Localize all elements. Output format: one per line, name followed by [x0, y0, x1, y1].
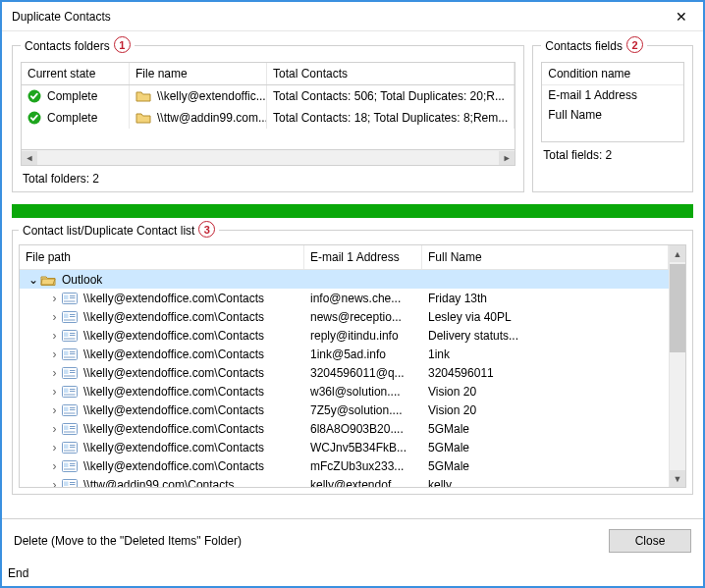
email-text: 6l8A8O903B20....	[304, 422, 422, 436]
svg-rect-43	[64, 444, 69, 449]
chevron-right-icon[interactable]: ›	[49, 310, 60, 324]
fullname-text: Friday 13th	[422, 292, 669, 305]
table-row[interactable]: ›\\kelly@extendoffice.com\Contactsnews@r…	[20, 307, 669, 326]
col-file-path[interactable]: File path	[20, 245, 304, 269]
list-item[interactable]: E-mail 1 Address	[542, 85, 683, 105]
scroll-left-icon[interactable]: ◄	[22, 151, 37, 165]
badge-2: 2	[626, 36, 643, 53]
table-row[interactable]: ›\\kelly@extendoffice.com\Contactsinfo@n…	[20, 289, 669, 307]
table-row[interactable]: ›\\kelly@extendoffice.com\Contactsw36l@s…	[20, 382, 669, 401]
scroll-right-icon[interactable]: ►	[499, 151, 515, 165]
chevron-right-icon[interactable]: ›	[49, 292, 60, 305]
table-row[interactable]: ›\\kelly@extendoffice.com\Contacts1ink@5…	[20, 345, 669, 363]
table-row[interactable]: Complete \\kelly@extendoffic... Total Co…	[22, 85, 515, 107]
table-row[interactable]: ›\\kelly@extendoffice.com\Contactsreply@…	[20, 326, 669, 345]
window-title: Duplicate Contacts	[12, 10, 659, 24]
col-total-contacts[interactable]: Total Contacts	[267, 63, 515, 84]
contact-card-icon	[62, 366, 78, 380]
check-circle-icon	[27, 89, 41, 103]
email-text: info@news.che...	[304, 292, 422, 305]
folders-list[interactable]: Complete \\kelly@extendoffic... Total Co…	[21, 85, 515, 150]
dialog-window: Duplicate Contacts ✕ Contacts folders1 C…	[0, 0, 705, 588]
close-icon[interactable]: ✕	[659, 2, 703, 31]
fullname-text: kelly	[422, 478, 669, 488]
table-row[interactable]: ›\\kelly@extendoffice.com\Contacts320459…	[20, 363, 669, 382]
contact-card-icon	[62, 478, 78, 488]
folder-icon	[136, 111, 151, 125]
scroll-down-icon[interactable]: ▼	[670, 470, 685, 487]
col-current-state[interactable]: Current state	[22, 63, 130, 84]
path-text: \\kelly@extendoffice.com\Contacts	[83, 403, 264, 417]
chevron-right-icon[interactable]: ›	[49, 403, 60, 417]
table-row[interactable]: ›\\kelly@extendoffice.com\Contacts6l8A8O…	[20, 419, 669, 438]
delete-hint-label: Delete (Move to the "Deleted Items" Fold…	[14, 534, 609, 548]
path-text: \\kelly@extendoffice.com\Contacts	[83, 310, 264, 324]
list-item[interactable]: Full Name	[542, 105, 683, 125]
path-text: \\kelly@extendoffice.com\Contacts	[83, 422, 264, 436]
col-email[interactable]: E-mail 1 Address	[304, 245, 422, 269]
fullname-text: 5GMale	[422, 441, 669, 454]
email-text: news@receptio...	[304, 310, 422, 324]
chevron-right-icon[interactable]: ›	[49, 441, 60, 454]
svg-rect-33	[64, 406, 69, 411]
email-text: reply@itindu.info	[304, 329, 422, 343]
path-text: \\kelly@extendoffice.com\Contacts	[83, 385, 264, 399]
folder-open-icon	[40, 273, 56, 287]
chevron-down-icon[interactable]: ⌄	[27, 273, 38, 287]
check-circle-icon	[27, 111, 41, 125]
folder-icon	[136, 89, 151, 103]
state-text: Complete	[47, 89, 97, 103]
file-text: \\ttw@addin99.com...	[157, 111, 267, 125]
table-row[interactable]: ›\\ttw@addin99.com\Contactskelly@extendo…	[20, 475, 669, 487]
chevron-right-icon[interactable]: ›	[49, 366, 60, 380]
email-text: 1ink@5ad.info	[304, 347, 422, 361]
fullname-text: Vision 20	[422, 385, 669, 399]
title-bar: Duplicate Contacts ✕	[2, 2, 703, 31]
chevron-right-icon[interactable]: ›	[49, 347, 60, 361]
col-file-name[interactable]: File name	[130, 63, 267, 84]
fullname-text: 1ink	[422, 347, 669, 361]
chevron-right-icon[interactable]: ›	[49, 329, 60, 343]
duplicate-grid[interactable]: File path E-mail 1 Address Full Name ⌄ O…	[19, 244, 686, 488]
contact-card-icon	[62, 329, 78, 343]
root-label: Outlook	[62, 273, 102, 287]
svg-rect-28	[64, 388, 69, 393]
svg-rect-48	[64, 462, 69, 467]
svg-rect-53	[64, 481, 69, 486]
email-text: kelly@extendof...	[304, 478, 422, 488]
path-text: \\ttw@addin99.com\Contacts	[83, 478, 235, 488]
scroll-thumb[interactable]	[670, 264, 685, 352]
tree-root-row[interactable]: ⌄ Outlook	[20, 270, 669, 289]
table-row[interactable]: ›\\kelly@extendoffice.com\Contacts7Z5y@s…	[20, 401, 669, 419]
close-button[interactable]: Close	[609, 529, 691, 553]
vertical-scrollbar[interactable]: ▲ ▼	[669, 245, 685, 487]
table-row[interactable]: Complete \\ttw@addin99.com... Total Cont…	[22, 107, 515, 129]
path-text: \\kelly@extendoffice.com\Contacts	[83, 441, 264, 454]
contacts-folders-group: Contacts folders1 Current state File nam…	[12, 37, 524, 192]
table-row[interactable]: ›\\kelly@extendoffice.com\ContactsWCJnv5…	[20, 438, 669, 456]
total-text: Total Contacts: 506; Total Duplicates: 2…	[267, 85, 515, 107]
conditions-list[interactable]: Condition name E-mail 1 Address Full Nam…	[541, 62, 684, 142]
chevron-right-icon[interactable]: ›	[49, 422, 60, 436]
contact-card-icon	[62, 441, 78, 454]
email-text: w36l@solution....	[304, 385, 422, 399]
contact-card-icon	[62, 422, 78, 436]
col-full-name[interactable]: Full Name	[422, 245, 669, 269]
contacts-fields-legend: Contacts fields	[545, 39, 623, 53]
scroll-up-icon[interactable]: ▲	[670, 245, 685, 262]
horizontal-scrollbar[interactable]: ◄ ►	[21, 150, 515, 166]
contact-card-icon	[62, 385, 78, 399]
chevron-right-icon[interactable]: ›	[49, 459, 60, 473]
fullname-text: Lesley via 40PL	[422, 310, 669, 324]
condition-header[interactable]: Condition name	[542, 63, 683, 85]
table-row[interactable]: ›\\kelly@extendoffice.com\ContactsmFcZUb…	[20, 456, 669, 475]
chevron-right-icon[interactable]: ›	[49, 478, 60, 488]
grid-header: File path E-mail 1 Address Full Name	[20, 245, 669, 270]
svg-rect-8	[64, 313, 69, 318]
svg-rect-18	[64, 350, 69, 355]
contact-card-icon	[62, 292, 78, 305]
total-fields-label: Total fields: 2	[541, 142, 684, 162]
chevron-right-icon[interactable]: ›	[49, 385, 60, 399]
fullname-text: 3204596011	[422, 366, 669, 380]
badge-3: 3	[198, 221, 215, 238]
